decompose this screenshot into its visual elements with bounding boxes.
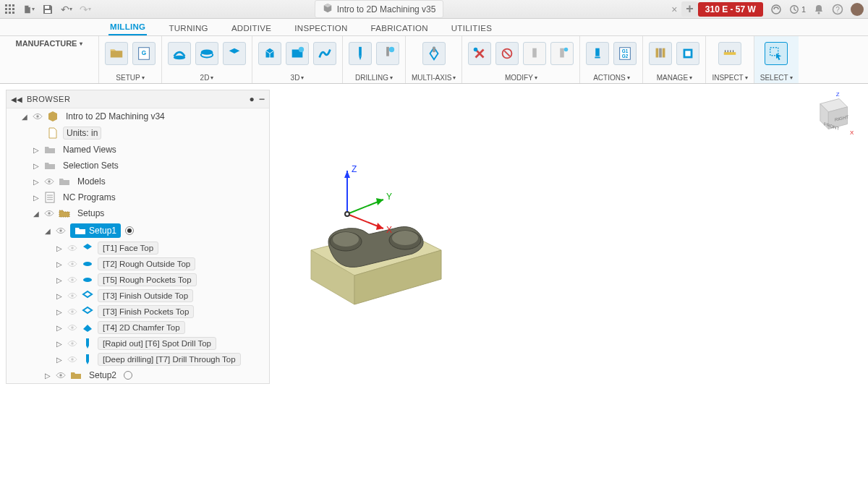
root-label[interactable]: Intro to 2D Machining v34 (63, 111, 168, 122)
ribbon-label-actions[interactable]: ACTIONS (593, 74, 625, 82)
ribbon-label-2d[interactable]: 2D (200, 74, 210, 82)
models-row[interactable]: ▷ Models (7, 174, 269, 189)
nc-programs-label[interactable]: NC Programs (60, 192, 119, 203)
3d-parallel-icon[interactable] (286, 42, 309, 65)
expand-toggle-icon[interactable]: ▷ (56, 244, 63, 252)
machine-library-icon[interactable] (676, 42, 699, 65)
op-row[interactable]: ▷[Deep drilling] [T7] Drill Through Top (7, 351, 269, 367)
op-row[interactable]: ▷[T4] 2D Chamfer Top (7, 320, 269, 335)
tab-inspection[interactable]: INSPECTION (293, 21, 349, 35)
measure-icon[interactable] (718, 42, 741, 65)
visibility-eye-icon[interactable] (56, 226, 66, 236)
apps-grid-icon[interactable] (4, 4, 16, 15)
nc-program-icon[interactable]: G (132, 42, 156, 65)
2d-adaptive-icon[interactable] (168, 42, 191, 65)
expand-toggle-icon[interactable]: ▷ (33, 162, 40, 170)
visibility-eye-icon[interactable] (67, 354, 77, 364)
new-file-icon[interactable]: ▾ (23, 4, 35, 15)
ribbon-label-manage[interactable]: MANAGE (657, 74, 688, 82)
op-label[interactable]: [T3] Finish Outside Top (98, 289, 193, 302)
visibility-eye-icon[interactable] (67, 291, 77, 301)
2d-face-icon[interactable] (223, 42, 246, 65)
selection-sets-row[interactable]: ▷ Selection Sets (7, 158, 269, 174)
ribbon-label-3d[interactable]: 3D (291, 74, 300, 82)
expand-toggle-icon[interactable]: ▷ (56, 340, 63, 348)
tab-milling[interactable]: MILLING (109, 20, 147, 35)
browser-root-row[interactable]: ◢ Intro to 2D Machining v34 (7, 108, 269, 124)
new-tab-button[interactable]: + (681, 1, 698, 17)
extensions-icon[interactable] (770, 4, 782, 15)
named-views-row[interactable]: ▷ Named Views (7, 142, 269, 158)
ribbon-label-select[interactable]: SELECT (760, 74, 788, 82)
active-setup-radio[interactable] (124, 371, 132, 380)
browser-header[interactable]: ◀◀ BROWSER ● − (7, 90, 269, 108)
tab-fabrication[interactable]: FABRICATION (370, 21, 430, 35)
credits-badge[interactable]: 310 E - 57 W (698, 2, 763, 17)
modify-icon-2[interactable] (495, 42, 519, 65)
setup-folder-icon[interactable] (105, 42, 128, 65)
multiaxis-icon[interactable] (422, 42, 446, 65)
nc-programs-row[interactable]: ▷ NC Programs (7, 189, 269, 205)
expand-toggle-icon[interactable]: ▷ (44, 372, 51, 380)
document-tab[interactable]: Intro to 2D Machining v35 (315, 0, 444, 18)
op-label[interactable]: [T5] Rough Pockets Top (98, 273, 197, 286)
drill-icon[interactable] (349, 42, 372, 65)
2d-pocket-icon[interactable] (195, 42, 218, 65)
tab-utilities[interactable]: UTILITIES (450, 21, 493, 35)
op-label[interactable]: [Deep drilling] [T7] Drill Through Top (98, 353, 241, 366)
redo-icon[interactable]: ↷▾ (80, 4, 91, 15)
active-setup-radio[interactable] (125, 226, 134, 235)
expand-toggle-icon[interactable]: ▷ (56, 292, 63, 300)
user-avatar[interactable] (851, 3, 864, 16)
visibility-eye-icon[interactable] (67, 307, 77, 317)
expand-toggle-icon[interactable]: ▷ (56, 308, 63, 316)
hole-recognition-icon[interactable] (376, 42, 399, 65)
ribbon-label-multiaxis[interactable]: MULTI-AXIS (412, 74, 451, 82)
close-tab-button[interactable]: × (667, 4, 681, 15)
visibility-eye-icon[interactable] (44, 208, 54, 218)
notification-bell-icon[interactable] (813, 4, 825, 15)
modify-icon-1[interactable] (468, 42, 491, 65)
help-icon[interactable]: ? (832, 4, 843, 15)
expand-toggle-icon[interactable]: ◢ (33, 210, 40, 218)
tab-additive[interactable]: ADDITIVE (230, 21, 273, 35)
model-3d-view[interactable]: Z Y X (289, 156, 470, 315)
3d-adaptive-icon[interactable] (258, 42, 281, 65)
expand-toggle-icon[interactable]: ◢ (44, 227, 51, 235)
units-row[interactable]: Units: in (7, 124, 269, 142)
setups-label[interactable]: Setups (75, 208, 107, 219)
viewport[interactable]: ◀◀ BROWSER ● − ◢ Intro to 2D Machining v… (0, 84, 868, 483)
job-status-badge[interactable]: 1 (789, 4, 806, 14)
modify-icon-4[interactable] (550, 42, 574, 65)
tool-library-icon[interactable] (649, 42, 672, 65)
op-row[interactable]: ▷[T3] Finish Pockets Top (7, 304, 269, 320)
op-label[interactable]: [T4] 2D Chamfer Top (98, 321, 185, 334)
collapse-panel-icon[interactable]: ◀◀ (11, 95, 22, 103)
panel-options-icon[interactable]: ● (250, 94, 255, 104)
expand-toggle-icon[interactable]: ▷ (33, 178, 40, 186)
op-label[interactable]: [T3] Finish Pockets Top (98, 305, 194, 318)
models-label[interactable]: Models (75, 176, 109, 187)
visibility-eye-icon[interactable] (33, 111, 43, 121)
op-label[interactable]: [Rapid out] [T6] Spot Drill Top (98, 337, 216, 350)
visibility-eye-icon[interactable] (67, 243, 77, 253)
post-process-icon[interactable]: G1G2 (613, 42, 637, 65)
expand-toggle-icon[interactable]: ◢ (21, 113, 28, 121)
setup2-row[interactable]: ▷ Setup2 (7, 367, 269, 383)
setups-row[interactable]: ◢ Setups (7, 205, 269, 221)
op-label[interactable]: [T1] Face Top (98, 241, 158, 255)
op-row[interactable]: ▷[Rapid out] [T6] Spot Drill Top (7, 335, 269, 351)
op-row[interactable]: ▷[T2] Rough Outside Top (7, 256, 269, 272)
visibility-eye-icon[interactable] (67, 259, 77, 269)
expand-toggle-icon[interactable]: ▷ (56, 260, 63, 268)
setup1-row[interactable]: ◢ Setup1 (7, 221, 269, 240)
visibility-eye-icon[interactable] (56, 370, 66, 380)
visibility-eye-icon[interactable] (67, 338, 77, 349)
visibility-eye-icon[interactable] (67, 322, 77, 333)
workspace-switcher[interactable]: MANUFACTURE▾ (0, 36, 99, 83)
op-row[interactable]: ▷[T1] Face Top (7, 240, 269, 256)
expand-toggle-icon[interactable]: ▷ (56, 356, 63, 364)
setup1-label[interactable]: Setup1 (89, 226, 116, 236)
panel-minimize-icon[interactable]: − (259, 93, 265, 105)
view-cube[interactable]: FRONT RIGHT Z X (804, 91, 855, 142)
